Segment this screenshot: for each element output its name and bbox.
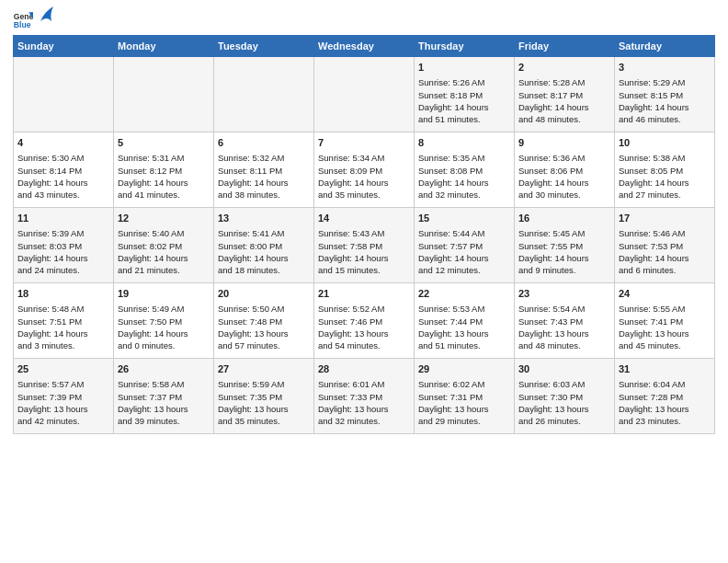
calendar-day-cell: 16Sunrise: 5:45 AM Sunset: 7:55 PM Dayli… [515,208,615,283]
day-number: 9 [518,136,610,150]
day-number: 31 [619,362,711,376]
calendar-day-cell: 19Sunrise: 5:49 AM Sunset: 7:50 PM Dayli… [114,283,214,359]
day-info: Sunrise: 5:43 AM Sunset: 7:58 PM Dayligh… [318,228,389,275]
calendar-day-cell: 17Sunrise: 5:46 AM Sunset: 7:53 PM Dayli… [615,208,715,283]
day-number: 24 [619,287,711,301]
calendar-day-cell: 28Sunrise: 6:01 AM Sunset: 7:33 PM Dayli… [314,359,415,434]
calendar-day-cell [114,57,214,132]
calendar-week-row: 18Sunrise: 5:48 AM Sunset: 7:51 PM Dayli… [14,283,715,359]
weekday-header: Friday [515,36,615,57]
logo: General Blue [13,9,55,29]
calendar-day-cell: 12Sunrise: 5:40 AM Sunset: 8:02 PM Dayli… [114,208,214,283]
calendar-day-cell: 21Sunrise: 5:52 AM Sunset: 7:46 PM Dayli… [314,283,415,359]
weekday-header: Wednesday [314,36,415,57]
calendar-day-cell: 27Sunrise: 5:59 AM Sunset: 7:35 PM Dayli… [214,359,314,434]
day-number: 20 [218,287,310,301]
day-number: 13 [218,212,310,225]
calendar-day-cell: 3Sunrise: 5:29 AM Sunset: 8:15 PM Daylig… [615,57,715,132]
calendar-day-cell: 20Sunrise: 5:50 AM Sunset: 7:48 PM Dayli… [214,283,314,359]
day-info: Sunrise: 5:36 AM Sunset: 8:06 PM Dayligh… [518,153,589,200]
day-info: Sunrise: 5:28 AM Sunset: 8:17 PM Dayligh… [518,77,589,124]
calendar-day-cell: 14Sunrise: 5:43 AM Sunset: 7:58 PM Dayli… [314,208,415,283]
weekday-header: Sunday [14,36,114,57]
day-info: Sunrise: 5:58 AM Sunset: 7:37 PM Dayligh… [118,379,188,426]
logo-bird-icon [39,5,55,25]
day-number: 28 [318,362,410,376]
calendar-week-row: 4Sunrise: 5:30 AM Sunset: 8:14 PM Daylig… [14,132,715,208]
header-row: SundayMondayTuesdayWednesdayThursdayFrid… [14,36,715,57]
day-number: 11 [17,212,109,225]
day-number: 26 [118,362,210,376]
day-number: 1 [418,61,510,75]
day-number: 10 [619,136,711,150]
day-number: 22 [418,287,510,301]
day-number: 15 [418,212,510,225]
day-info: Sunrise: 5:32 AM Sunset: 8:11 PM Dayligh… [218,153,289,200]
day-info: Sunrise: 5:26 AM Sunset: 8:18 PM Dayligh… [418,77,489,124]
calendar-day-cell: 30Sunrise: 6:03 AM Sunset: 7:30 PM Dayli… [515,359,615,434]
calendar-day-cell: 2Sunrise: 5:28 AM Sunset: 8:17 PM Daylig… [515,57,615,132]
calendar-day-cell [214,57,314,132]
weekday-header: Monday [114,36,214,57]
day-number: 14 [318,212,410,225]
day-info: Sunrise: 5:29 AM Sunset: 8:15 PM Dayligh… [619,77,689,124]
calendar-day-cell: 23Sunrise: 5:54 AM Sunset: 7:43 PM Dayli… [515,283,615,359]
calendar-day-cell: 18Sunrise: 5:48 AM Sunset: 7:51 PM Dayli… [14,283,114,359]
calendar-day-cell: 1Sunrise: 5:26 AM Sunset: 8:18 PM Daylig… [415,57,515,132]
day-info: Sunrise: 5:45 AM Sunset: 7:55 PM Dayligh… [518,228,589,275]
calendar-day-cell: 26Sunrise: 5:58 AM Sunset: 7:37 PM Dayli… [114,359,214,434]
day-number: 19 [118,287,210,301]
logo-icon: General Blue [13,9,33,29]
day-number: 8 [418,136,510,150]
day-info: Sunrise: 6:03 AM Sunset: 7:30 PM Dayligh… [518,379,589,426]
day-info: Sunrise: 5:40 AM Sunset: 8:02 PM Dayligh… [118,228,188,275]
calendar-day-cell: 22Sunrise: 5:53 AM Sunset: 7:44 PM Dayli… [415,283,515,359]
day-number: 6 [218,136,310,150]
calendar-day-cell: 4Sunrise: 5:30 AM Sunset: 8:14 PM Daylig… [14,132,114,208]
day-info: Sunrise: 5:52 AM Sunset: 7:46 PM Dayligh… [318,304,389,350]
calendar-day-cell: 10Sunrise: 5:38 AM Sunset: 8:05 PM Dayli… [615,132,715,208]
day-info: Sunrise: 5:53 AM Sunset: 7:44 PM Dayligh… [418,304,489,350]
day-number: 17 [619,212,711,225]
calendar-day-cell: 9Sunrise: 5:36 AM Sunset: 8:06 PM Daylig… [515,132,615,208]
page-header: General Blue [13,9,715,29]
day-number: 2 [518,61,610,75]
calendar-day-cell [14,57,114,132]
day-number: 29 [418,362,510,376]
day-number: 23 [518,287,610,301]
day-info: Sunrise: 5:55 AM Sunset: 7:41 PM Dayligh… [619,304,689,350]
day-info: Sunrise: 5:46 AM Sunset: 7:53 PM Dayligh… [619,228,689,275]
day-number: 4 [17,136,109,150]
calendar-day-cell: 6Sunrise: 5:32 AM Sunset: 8:11 PM Daylig… [214,132,314,208]
day-info: Sunrise: 5:48 AM Sunset: 7:51 PM Dayligh… [17,304,88,350]
calendar-day-cell: 13Sunrise: 5:41 AM Sunset: 8:00 PM Dayli… [214,208,314,283]
day-number: 30 [518,362,610,376]
day-info: Sunrise: 5:54 AM Sunset: 7:43 PM Dayligh… [518,304,589,350]
day-info: Sunrise: 5:59 AM Sunset: 7:35 PM Dayligh… [218,379,289,426]
day-info: Sunrise: 5:44 AM Sunset: 7:57 PM Dayligh… [418,228,489,275]
day-number: 7 [318,136,410,150]
day-number: 3 [619,61,711,75]
calendar-day-cell: 5Sunrise: 5:31 AM Sunset: 8:12 PM Daylig… [114,132,214,208]
day-number: 27 [218,362,310,376]
svg-text:Blue: Blue [14,20,31,29]
day-info: Sunrise: 5:38 AM Sunset: 8:05 PM Dayligh… [619,153,689,200]
day-number: 25 [17,362,109,376]
calendar-day-cell: 8Sunrise: 5:35 AM Sunset: 8:08 PM Daylig… [415,132,515,208]
weekday-header: Saturday [615,36,715,57]
weekday-header: Tuesday [214,36,314,57]
day-info: Sunrise: 6:01 AM Sunset: 7:33 PM Dayligh… [318,379,389,426]
calendar-week-row: 1Sunrise: 5:26 AM Sunset: 8:18 PM Daylig… [14,57,715,132]
calendar-day-cell: 7Sunrise: 5:34 AM Sunset: 8:09 PM Daylig… [314,132,415,208]
day-info: Sunrise: 5:30 AM Sunset: 8:14 PM Dayligh… [17,153,88,200]
day-number: 16 [518,212,610,225]
calendar-week-row: 25Sunrise: 5:57 AM Sunset: 7:39 PM Dayli… [14,359,715,434]
calendar-day-cell: 15Sunrise: 5:44 AM Sunset: 7:57 PM Dayli… [415,208,515,283]
weekday-header: Thursday [415,36,515,57]
day-number: 18 [17,287,109,301]
calendar-week-row: 11Sunrise: 5:39 AM Sunset: 8:03 PM Dayli… [14,208,715,283]
calendar-day-cell [314,57,415,132]
day-number: 5 [118,136,210,150]
calendar-day-cell: 25Sunrise: 5:57 AM Sunset: 7:39 PM Dayli… [14,359,114,434]
day-number: 21 [318,287,410,301]
